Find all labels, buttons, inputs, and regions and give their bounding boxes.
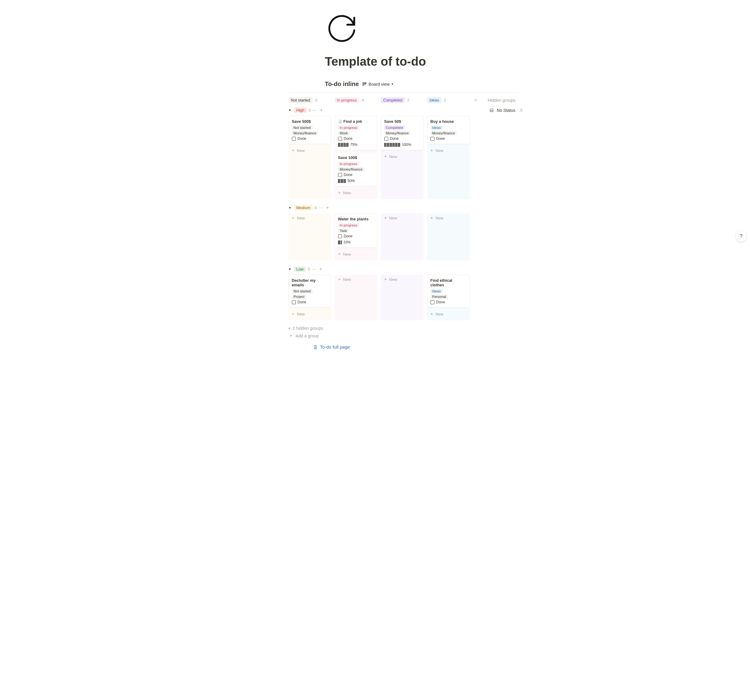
group-badge: Low xyxy=(294,267,306,272)
new-card-button[interactable]: ＋New xyxy=(381,275,424,284)
database-title[interactable]: To-do inline xyxy=(325,81,359,88)
new-label: New xyxy=(436,148,444,153)
done-checkbox-row[interactable]: Done xyxy=(338,173,374,177)
column-count: 3 xyxy=(315,98,317,103)
card-title: Save 100$ xyxy=(338,155,374,160)
full-page-link-label: To-do full page xyxy=(320,344,350,350)
group-header-high[interactable]: ▼High0⋯＋No Status0 xyxy=(289,107,523,114)
status-pill-not-started: Not started xyxy=(289,97,313,103)
more-icon[interactable]: ⋯ xyxy=(319,206,323,210)
add-column-button[interactable]: ＋ xyxy=(473,97,478,103)
card[interactable]: Save 50$CompletedMoney/financeDone100% xyxy=(381,116,424,150)
no-status-count: 0 xyxy=(520,108,522,112)
toggle-icon[interactable]: ▼ xyxy=(289,267,292,271)
board-column: Save 50$CompletedMoney/financeDone100%＋N… xyxy=(381,116,424,199)
toggle-icon[interactable]: ▼ xyxy=(289,206,292,209)
new-card-button[interactable]: ＋New xyxy=(381,213,424,223)
card[interactable]: Buy a houseIdeasMoney/financeDone xyxy=(427,116,470,144)
column-header-not-started[interactable]: Not started 3 xyxy=(289,97,331,103)
done-label: Done xyxy=(390,137,399,141)
column-header-ideas[interactable]: Ideas 2 xyxy=(427,97,470,103)
view-switcher[interactable]: Board view ▾ xyxy=(362,82,393,87)
divider xyxy=(289,92,519,93)
chevron-down-icon: ▾ xyxy=(289,327,290,330)
card[interactable]: Find a jobIn progressWorkDone75% xyxy=(335,116,377,150)
more-icon[interactable]: ⋯ xyxy=(312,267,317,272)
page-icon xyxy=(313,345,318,350)
card[interactable]: Find ethical clothesIdeasPersonalDone xyxy=(427,275,470,308)
new-card-button[interactable]: ＋New xyxy=(427,309,470,319)
hidden-groups-toggle[interactable]: ▾ 2 hidden groups xyxy=(289,326,523,331)
group-badge: Medium xyxy=(294,205,313,210)
column-header-completed[interactable]: Completed 2 xyxy=(381,97,424,103)
new-label: New xyxy=(436,312,444,316)
new-card-button[interactable]: ＋New xyxy=(289,213,331,223)
card[interactable]: Water the plantsIn progressTaskDone33% xyxy=(335,213,377,248)
plus-icon: ＋ xyxy=(430,311,434,317)
hidden-groups-label[interactable]: Hidden groups xyxy=(488,98,516,103)
status-pill-in-progress: In progress xyxy=(335,97,359,103)
new-card-button[interactable]: ＋New xyxy=(335,275,377,284)
board-icon xyxy=(362,82,367,87)
new-card-button[interactable]: ＋New xyxy=(427,213,470,223)
done-checkbox-row[interactable]: Done xyxy=(430,300,466,304)
progress-bars-icon xyxy=(338,240,342,244)
status-tag: Ideas xyxy=(430,126,443,130)
add-card-button[interactable]: ＋ xyxy=(325,204,330,211)
done-checkbox-row[interactable]: Done xyxy=(292,300,328,304)
column-header-in-progress[interactable]: In progress 4 xyxy=(335,97,377,103)
checkbox-icon[interactable] xyxy=(338,173,342,177)
column-count: 2 xyxy=(407,98,409,103)
card[interactable]: Save 500$Not startedMoney/financeDone xyxy=(289,116,331,144)
add-group-button[interactable]: ＋ Add a group xyxy=(289,333,523,339)
card[interactable]: Save 100$In progressMoney/financeDone50% xyxy=(335,152,377,186)
new-card-button[interactable]: ＋New xyxy=(289,309,331,319)
svg-rect-2 xyxy=(365,83,366,84)
done-checkbox-row[interactable]: Done xyxy=(430,137,466,141)
new-card-button[interactable]: ＋New xyxy=(335,250,377,259)
checkbox-icon[interactable] xyxy=(430,137,435,141)
checkbox-icon[interactable] xyxy=(384,137,388,141)
done-label: Done xyxy=(298,137,306,141)
new-label: New xyxy=(343,190,351,195)
group-header-low[interactable]: ▼Low0⋯＋ xyxy=(289,266,523,272)
plus-icon: ＋ xyxy=(291,148,295,153)
done-checkbox-row[interactable]: Done xyxy=(292,137,328,141)
done-checkbox-row[interactable]: Done xyxy=(384,137,420,141)
progress-pct: 33% xyxy=(344,240,351,244)
status-tag: Completed xyxy=(384,126,405,130)
new-card-button[interactable]: ＋New xyxy=(381,152,424,161)
add-card-button[interactable]: ＋ xyxy=(319,107,324,114)
new-card-button[interactable]: ＋New xyxy=(289,146,331,155)
done-checkbox-row[interactable]: Done xyxy=(338,234,374,238)
new-card-button[interactable]: ＋New xyxy=(427,146,470,155)
category-tag: Money/finance xyxy=(430,131,457,135)
done-checkbox-row[interactable]: Done xyxy=(338,137,374,141)
group-header-medium[interactable]: ▼Medium0⋯＋ xyxy=(289,204,523,211)
no-status-group[interactable]: No Status0 xyxy=(489,108,523,113)
category-tag: Task xyxy=(338,229,349,233)
new-card-button[interactable]: ＋New xyxy=(335,188,377,197)
card[interactable]: Declutter my emailsNot startedProjectDon… xyxy=(289,275,331,308)
done-label: Done xyxy=(436,137,445,141)
page-cover-icon[interactable] xyxy=(325,12,523,46)
full-page-link[interactable]: To-do full page xyxy=(313,344,523,350)
add-card-button[interactable]: ＋ xyxy=(318,266,323,272)
checkbox-icon[interactable] xyxy=(292,300,296,304)
category-tag: Money/finance xyxy=(384,131,411,135)
checkbox-icon[interactable] xyxy=(430,300,435,304)
toggle-icon[interactable]: ▼ xyxy=(289,109,292,112)
checkbox-icon[interactable] xyxy=(338,137,342,141)
svg-rect-0 xyxy=(363,83,364,86)
checkbox-icon[interactable] xyxy=(292,137,296,141)
checkbox-icon[interactable] xyxy=(338,234,342,238)
board-column: Save 500$Not startedMoney/financeDone＋Ne… xyxy=(289,116,331,199)
plus-icon: ＋ xyxy=(430,148,434,153)
plus-icon: ＋ xyxy=(337,251,341,257)
card-title: Find ethical clothes xyxy=(430,278,466,287)
category-tag: Project xyxy=(292,295,306,299)
group-count: 0 xyxy=(308,267,310,272)
more-icon[interactable]: ⋯ xyxy=(312,108,317,113)
help-button[interactable]: ? xyxy=(736,231,746,241)
new-label: New xyxy=(297,148,305,153)
